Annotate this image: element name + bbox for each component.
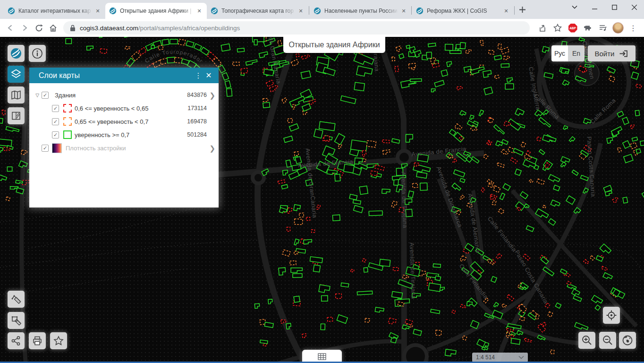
building-footprint <box>287 207 292 214</box>
building-footprint <box>436 330 441 336</box>
zoom-in-button[interactable] <box>578 332 595 349</box>
browser-tab-5[interactable]: Реформа ЖКХ | CoGIS ✕ <box>412 3 514 19</box>
browser-tab-4[interactable]: Населенные пункты России ✕ <box>310 3 411 19</box>
home-button[interactable] <box>46 21 59 35</box>
panel-close-icon[interactable]: ✕ <box>203 71 214 80</box>
zoom-out-button[interactable] <box>599 332 616 349</box>
building-footprint <box>99 37 102 37</box>
building-footprint <box>139 48 146 55</box>
building-footprint <box>480 40 484 46</box>
measure-distance-button[interactable] <box>8 291 25 308</box>
extensions-puzzle-icon[interactable] <box>581 21 595 35</box>
full-extent-globe-button[interactable] <box>619 332 636 349</box>
building-footprint <box>124 37 129 37</box>
layers-panel-header: Слои карты ⋮ ✕ <box>29 68 219 83</box>
building-footprint <box>282 250 290 256</box>
bookmark-star-icon[interactable] <box>551 21 565 35</box>
cogis-favicon-icon <box>211 7 218 15</box>
building-footprint <box>592 295 603 305</box>
collapse-triangle-icon[interactable]: ▽ <box>33 93 42 98</box>
building-footprint <box>602 267 608 271</box>
scale-selector[interactable]: 1:4 514 <box>472 353 528 362</box>
checkmark-icon: ✓ <box>53 119 58 124</box>
measure-area-button[interactable] <box>8 312 25 329</box>
lang-en-button[interactable]: En <box>568 45 585 61</box>
building-footprint <box>174 57 182 63</box>
building-footprint <box>254 40 257 45</box>
tab-close-icon[interactable]: ✕ <box>94 7 102 15</box>
building-footprint <box>631 125 635 129</box>
playlist-icon[interactable] <box>596 21 610 35</box>
building-footprint <box>289 124 299 131</box>
scale-chevron-icon <box>518 354 524 361</box>
minimize-button[interactable] <box>585 0 604 14</box>
building-footprint <box>263 69 273 76</box>
building-footprint <box>375 165 384 171</box>
building-footprint <box>489 50 494 54</box>
browser-window: Каталог интерактивных кар ✕ Открытые зда… <box>0 0 644 363</box>
building-footprint <box>636 84 642 88</box>
layers-button[interactable] <box>8 66 25 83</box>
layer-checkbox[interactable]: ✓ <box>52 118 59 125</box>
building-footprint <box>501 64 509 68</box>
bookmarks-button[interactable] <box>50 332 67 349</box>
profile-avatar[interactable] <box>611 21 625 35</box>
building-footprint <box>505 84 514 89</box>
reload-button[interactable] <box>32 21 45 35</box>
lock-icon[interactable] <box>70 25 76 32</box>
swipe-compare-button[interactable] <box>8 107 25 124</box>
building-footprint <box>471 67 485 74</box>
building-footprint <box>555 303 561 309</box>
tab-close-icon[interactable]: ✕ <box>400 7 407 15</box>
basemap-button[interactable] <box>8 86 25 104</box>
browser-tab-3[interactable]: Топографическая карта гор ✕ <box>207 3 308 19</box>
tab-search-chevron-icon[interactable] <box>565 0 585 14</box>
chevron-right-icon[interactable]: ❯ <box>209 145 215 152</box>
browser-tab-2-active[interactable]: Открытые здания Африки | ✕ <box>105 3 207 19</box>
panel-menu-icon[interactable]: ⋮ <box>193 71 203 80</box>
chevron-right-icon[interactable]: ❯ <box>209 92 215 99</box>
share-icon[interactable] <box>535 21 550 35</box>
building-footprint <box>501 149 508 156</box>
back-button[interactable] <box>4 21 17 35</box>
building-footprint <box>562 80 569 86</box>
layer-checkbox[interactable]: ✓ <box>52 105 59 112</box>
building-footprint <box>6 197 10 200</box>
tab-close-icon[interactable]: ✕ <box>195 7 203 15</box>
cogis-logo-button[interactable] <box>8 45 25 62</box>
building-footprint <box>151 45 154 48</box>
browser-menu-icon[interactable]: ⋮ <box>626 21 640 35</box>
layer-label: 0,65 <= уверенность < 0,7 <box>75 118 148 125</box>
print-button[interactable] <box>29 332 46 349</box>
geolocate-button[interactable] <box>603 307 620 324</box>
building-footprint <box>2 110 5 115</box>
building-footprint <box>545 303 550 308</box>
building-footprint <box>521 142 525 147</box>
building-footprint <box>507 294 514 301</box>
forward-button[interactable] <box>18 21 31 35</box>
share-map-button[interactable] <box>8 332 25 349</box>
building-footprint <box>503 183 510 190</box>
browser-tab-1[interactable]: Каталог интерактивных кар ✕ <box>4 3 105 19</box>
tab-title: Каталог интерактивных кар <box>18 8 94 14</box>
building-footprint <box>382 189 390 194</box>
layer-checkbox[interactable]: ✓ <box>42 92 49 99</box>
building-footprint <box>294 251 298 255</box>
tab-title: Населенные пункты России <box>324 8 400 14</box>
building-footprint <box>287 227 290 231</box>
close-window-button[interactable] <box>624 0 644 14</box>
new-tab-button[interactable] <box>518 6 526 14</box>
tab-close-icon[interactable]: ✕ <box>502 7 510 15</box>
address-bar[interactable]: cogis3.dataeast.com/portal/samples/afric… <box>63 21 530 35</box>
lang-ru-button[interactable]: Рус <box>551 45 568 61</box>
attribute-table-toggle[interactable] <box>302 350 342 363</box>
building-footprint <box>296 53 299 57</box>
layer-checkbox[interactable]: ✓ <box>42 145 49 152</box>
adblock-extension-icon[interactable]: ABP <box>566 21 580 35</box>
login-button[interactable]: Войти <box>588 45 636 61</box>
layer-checkbox[interactable]: ✓ <box>52 131 59 138</box>
tab-close-icon[interactable]: ✕ <box>297 7 305 15</box>
maximize-button[interactable] <box>604 0 624 14</box>
info-button[interactable] <box>29 45 46 62</box>
building-footprint <box>312 230 315 233</box>
